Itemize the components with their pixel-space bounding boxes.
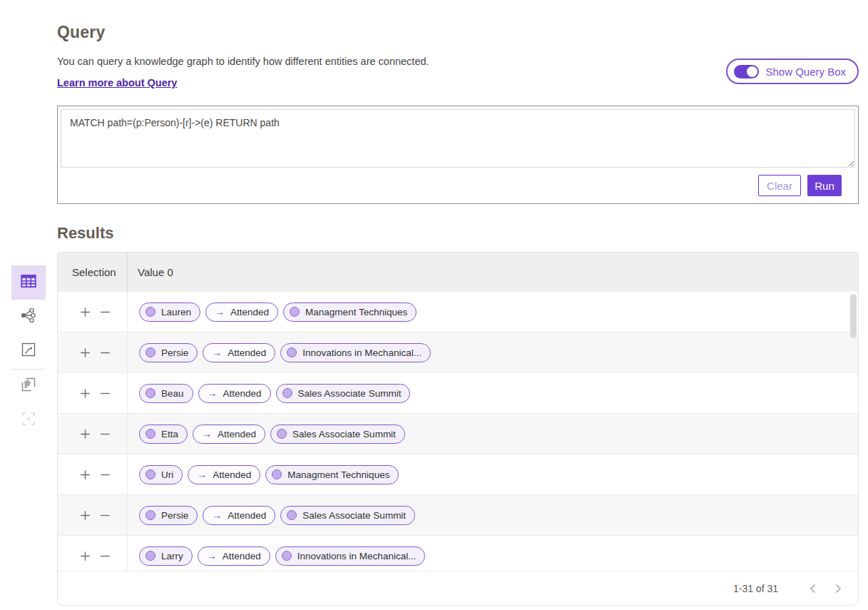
query-box: MATCH path=(p:Person)-[r]->(e) RETURN pa…: [57, 106, 859, 204]
edge-pill[interactable]: →Attended: [203, 506, 275, 525]
edge-pill[interactable]: →Attended: [198, 547, 270, 566]
learn-more-link[interactable]: Learn more about Query: [57, 77, 177, 88]
node-label: Larry: [161, 551, 183, 561]
add-to-selection-button[interactable]: [80, 469, 91, 480]
arrow-right-icon: →: [212, 347, 222, 357]
pagination-range: 1-31 of 31: [733, 583, 778, 594]
selection-cell: [58, 332, 128, 372]
remove-from-selection-button[interactable]: [100, 347, 111, 358]
edge-pill[interactable]: →Attended: [193, 425, 265, 444]
results-title: Results: [57, 224, 859, 243]
target-node-pill[interactable]: Sales Associate Summit: [280, 506, 415, 525]
edge-pill[interactable]: →Attended: [203, 343, 275, 362]
arrow-right-icon: →: [212, 510, 222, 520]
query-description: You can query a knowledge graph to ident…: [57, 56, 429, 67]
node-circle-icon: [272, 469, 282, 479]
node-circle-icon: [145, 347, 155, 357]
node-circle-icon: [290, 307, 300, 317]
arrow-right-icon: →: [207, 551, 217, 561]
main-content: Query You can query a knowledge graph to…: [57, 0, 859, 606]
results-view-sidebar: [11, 265, 46, 429]
table-view-icon: [19, 272, 38, 293]
remove-from-selection-button[interactable]: [100, 429, 111, 439]
table-row: Larry→AttendedInnovations in Mechanical.…: [58, 536, 858, 571]
edge-pill[interactable]: →Attended: [205, 303, 278, 322]
clear-button[interactable]: Clear: [758, 175, 801, 196]
remove-from-selection-button[interactable]: [100, 307, 111, 317]
node-circle-icon: [282, 551, 292, 561]
sidebar-item-table-view[interactable]: [11, 265, 46, 300]
node-circle-icon: [145, 388, 155, 398]
selection-cell: [58, 292, 128, 332]
add-to-selection-button[interactable]: [80, 347, 91, 358]
target-node-pill[interactable]: Managment Techniques: [265, 465, 399, 484]
chart-view-icon: [20, 341, 37, 361]
target-node-pill[interactable]: Sales Associate Summit: [270, 425, 405, 444]
remove-from-selection-button[interactable]: [100, 510, 111, 521]
node-circle-icon: [145, 510, 155, 520]
sidebar-item-chart-view[interactable]: [20, 342, 37, 360]
edge-pill[interactable]: →Attended: [198, 384, 271, 403]
node-circle-icon: [287, 510, 297, 520]
node-label: Uri: [161, 469, 173, 480]
remove-from-selection-button[interactable]: [100, 551, 111, 561]
target-node-pill[interactable]: Innovations in Mechanical...: [280, 343, 431, 362]
arrow-right-icon: →: [215, 307, 225, 317]
value-cell: Persie→AttendedInnovations in Mechanical…: [128, 332, 858, 372]
add-to-selection-button[interactable]: [80, 551, 91, 561]
add-to-selection-button[interactable]: [80, 307, 91, 317]
target-node-pill[interactable]: Managment Techniques: [283, 303, 417, 322]
arrow-right-icon: →: [202, 429, 212, 439]
sidebar-item-map-view[interactable]: [20, 377, 37, 395]
node-label: Beau: [161, 388, 184, 399]
add-to-selection-button[interactable]: [80, 388, 91, 399]
show-query-box-toggle[interactable]: Show Query Box: [726, 59, 859, 84]
node-label: Etta: [161, 429, 178, 439]
page-title: Query: [57, 23, 859, 41]
sidebar-item-selection-view: [20, 412, 37, 429]
source-node-pill[interactable]: Beau: [139, 384, 193, 403]
toggle-label: Show Query Box: [765, 66, 846, 78]
results-table-body: Lauren→AttendedManagment TechniquesPersi…: [58, 292, 858, 571]
source-node-pill[interactable]: Etta: [139, 425, 188, 444]
table-scrollbar[interactable]: [850, 294, 857, 568]
query-input[interactable]: MATCH path=(p:Person)-[r]->(e) RETURN pa…: [61, 109, 855, 168]
sidebar-item-graph-view[interactable]: [20, 308, 37, 325]
node-label: Lauren: [161, 307, 191, 317]
node-label: Innovations in Mechanical...: [297, 551, 417, 561]
add-to-selection-button[interactable]: [80, 510, 91, 521]
edge-pill[interactable]: →Attended: [188, 465, 260, 484]
value-cell: Uri→AttendedManagment Techniques: [128, 454, 858, 494]
results-table: Selection Value 0 Lauren→AttendedManagme…: [57, 252, 859, 606]
source-node-pill[interactable]: Larry: [139, 547, 193, 566]
target-node-pill[interactable]: Innovations in Mechanical...: [275, 547, 426, 566]
previous-page-button[interactable]: [802, 579, 822, 599]
node-label: Innovations in Mechanical...: [302, 347, 422, 358]
table-row: Etta→AttendedSales Associate Summit: [58, 414, 858, 454]
value-cell: Persie→AttendedSales Associate Summit: [128, 495, 858, 535]
query-description-block: You can query a knowledge graph to ident…: [57, 56, 429, 89]
target-node-pill[interactable]: Sales Associate Summit: [276, 384, 411, 403]
remove-from-selection-button[interactable]: [100, 388, 111, 399]
remove-from-selection-button[interactable]: [100, 469, 111, 480]
edge-label: Attended: [223, 551, 261, 561]
next-page-button[interactable]: [828, 579, 848, 599]
scrollbar-thumb[interactable]: [850, 294, 857, 338]
edge-label: Attended: [213, 469, 251, 480]
node-circle-icon: [287, 347, 297, 357]
selection-cell: [58, 495, 128, 535]
source-node-pill[interactable]: Persie: [139, 343, 198, 362]
run-button[interactable]: Run: [807, 175, 842, 196]
node-label: Managment Techniques: [287, 469, 389, 480]
selection-cell: [58, 414, 128, 454]
edge-label: Attended: [228, 347, 266, 358]
edge-label: Attended: [223, 388, 262, 399]
add-to-selection-button[interactable]: [80, 429, 91, 439]
graph-view-icon: [20, 307, 37, 327]
value-cell: Larry→AttendedInnovations in Mechanical.…: [128, 536, 858, 571]
source-node-pill[interactable]: Uri: [139, 465, 183, 484]
source-node-pill[interactable]: Lauren: [139, 303, 200, 322]
results-table-header: Selection Value 0: [58, 253, 858, 292]
source-node-pill[interactable]: Persie: [139, 506, 198, 525]
node-circle-icon: [277, 429, 287, 439]
